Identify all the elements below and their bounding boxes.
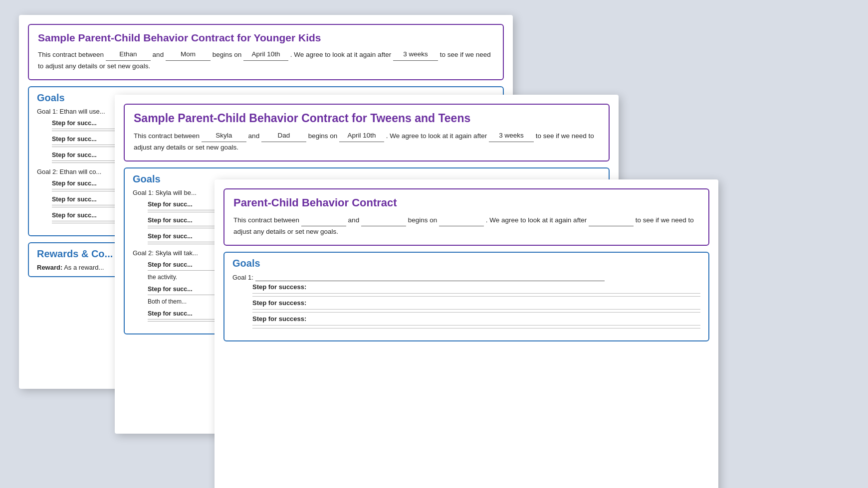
- page-wrapper: Sample Parent-Child Behavior Contract fo…: [0, 0, 868, 488]
- step-block-3-1: Step for success:: [252, 283, 700, 297]
- step-block-3-2: Step for success:: [252, 299, 700, 313]
- contract-title-1: Sample Parent-Child Behavior Contract fo…: [38, 32, 494, 44]
- step-block-3-3: Step for success:: [252, 315, 700, 328]
- date-field-1: April 10th: [243, 49, 288, 61]
- name1-field-1: Ethan: [106, 49, 151, 61]
- name2-field-2: Dad: [261, 130, 306, 142]
- goal1-label-3: Goal 1:: [232, 273, 700, 281]
- name1-field-3: [301, 214, 346, 226]
- card-blank: Parent-Child Behavior Contract This cont…: [215, 179, 718, 488]
- goals-title-3: Goals: [232, 258, 700, 269]
- date-field-3: [439, 214, 484, 226]
- contract-title-2: Sample Parent-Child Behavior Contract fo…: [134, 112, 600, 125]
- goals-section-3: Goals Goal 1: Step for success: Step for…: [223, 252, 709, 341]
- duration-field-2: 3 weeks: [489, 130, 534, 142]
- step3-label-3: Step for success:: [252, 315, 700, 323]
- step2-label-3: Step for success:: [252, 299, 700, 307]
- name2-field-1: Mom: [166, 49, 211, 61]
- contract-intro-2: This contract between Skyla and Dad begi…: [134, 130, 600, 154]
- name2-field-3: [361, 214, 406, 226]
- goal1-text-field-3: [255, 273, 605, 281]
- name1-field-2: Skyla: [202, 130, 246, 142]
- contract-header-2: Sample Parent-Child Behavior Contract fo…: [124, 104, 610, 162]
- contract-header-1: Sample Parent-Child Behavior Contract fo…: [28, 24, 504, 80]
- duration-field-1: 3 weeks: [393, 49, 438, 61]
- date-field-2: April 10th: [339, 130, 384, 142]
- step1-label-3: Step for success:: [252, 283, 700, 291]
- contract-intro-3: This contract between and begins on . We…: [233, 214, 699, 238]
- goal-item-3-1: Goal 1: Step for success: Step for succe…: [232, 273, 700, 328]
- contract-intro-1: This contract between Ethan and Mom begi…: [38, 49, 494, 72]
- duration-field-3: [589, 214, 634, 226]
- contract-header-3: Parent-Child Behavior Contract This cont…: [223, 188, 709, 246]
- contract-title-3: Parent-Child Behavior Contract: [233, 196, 699, 209]
